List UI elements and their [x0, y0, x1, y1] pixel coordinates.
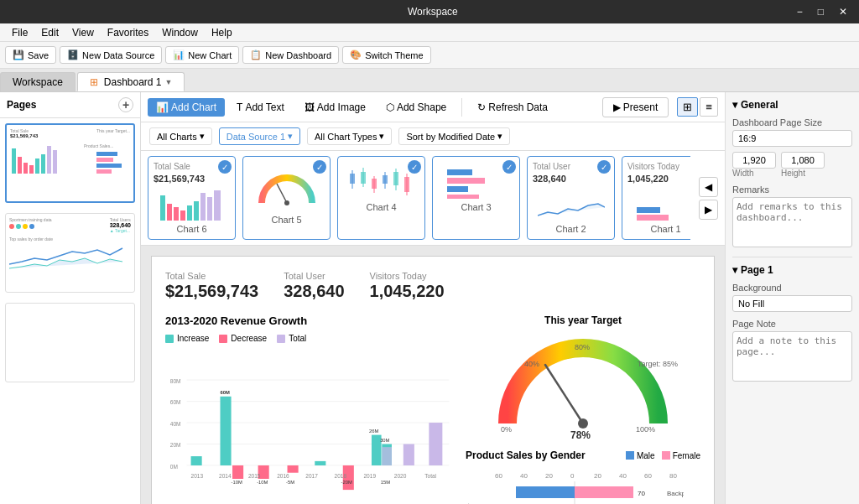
window-controls: − □ ✕	[792, 4, 852, 19]
new-data-source-button[interactable]: 🗄️ New Data Source	[60, 46, 162, 64]
chart-card-3[interactable]: ✓ Chart 3	[432, 156, 520, 240]
svg-rect-53	[220, 397, 231, 465]
svg-rect-11	[96, 164, 122, 168]
menu-help[interactable]: Help	[205, 25, 239, 40]
chart-type-filter[interactable]: All Chart Types ▾	[307, 127, 392, 145]
menu-favorites[interactable]: Favorites	[101, 25, 155, 40]
refresh-data-button[interactable]: ↻ Refresh Data	[469, 98, 556, 117]
data-source-icon: 🗄️	[67, 49, 79, 60]
chart-card-6[interactable]: ✓ Total Sale $21,569,743	[148, 156, 236, 240]
maximize-button[interactable]: □	[813, 4, 829, 19]
svg-text:20: 20	[545, 472, 553, 480]
carousel-next[interactable]: ▶	[699, 200, 718, 220]
menu-bar: File Edit View Favorites Window Help	[0, 23, 859, 42]
svg-text:40%: 40%	[524, 360, 539, 368]
menu-file[interactable]: File	[5, 25, 34, 40]
svg-text:15M: 15M	[381, 480, 390, 485]
svg-text:2019: 2019	[363, 473, 376, 479]
minimize-button[interactable]: −	[792, 4, 808, 19]
add-page-button[interactable]: +	[118, 97, 133, 112]
data-source-filter[interactable]: Data Source 1 ▾	[219, 127, 300, 145]
svg-rect-59	[288, 465, 299, 473]
svg-text:0M: 0M	[170, 464, 178, 470]
revenue-chart: 2013-2020 Revenue Growth Increase Decrea…	[165, 314, 452, 504]
height-input[interactable]	[781, 152, 825, 169]
svg-text:70: 70	[504, 490, 512, 497]
add-text-button[interactable]: T Add Text	[228, 98, 293, 117]
svg-text:26M: 26M	[369, 429, 378, 434]
grid-view-button[interactable]: ⊞	[677, 97, 698, 117]
add-shape-button[interactable]: ⬡ Add Shape	[377, 98, 455, 117]
chart-card-2[interactable]: ✓ Total User 328,640 Chart 2	[527, 156, 615, 240]
svg-rect-3	[29, 165, 34, 174]
svg-rect-7	[53, 150, 57, 174]
page-item-3[interactable]: 3	[5, 303, 135, 382]
chart-card-5[interactable]: ✓	[242, 156, 331, 240]
close-button[interactable]: ✕	[834, 4, 852, 19]
svg-text:2016: 2016	[277, 473, 289, 479]
stat-visitors: Visitors Today 1,045,220	[370, 270, 445, 301]
svg-text:78%: 78%	[570, 429, 591, 440]
svg-rect-61	[315, 461, 325, 465]
add-image-button[interactable]: 🖼 Add Image	[296, 98, 374, 117]
svg-rect-0	[12, 148, 16, 174]
tab-chevron-icon: ▼	[165, 78, 173, 86]
all-charts-filter[interactable]: All Charts ▾	[149, 127, 212, 145]
page-item-1[interactable]: 1 Total Sale $21,569,743 This year Targe…	[5, 123, 135, 203]
page2-area-mini	[9, 243, 127, 273]
dashboard-tab-icon: ⊞	[90, 76, 98, 88]
view-buttons: ⊞ ≡	[677, 97, 718, 117]
stat-total-sale-label: Total Sale	[165, 271, 206, 281]
chart-1-label: Visitors Today	[627, 162, 690, 171]
chart-selected-check-6: ✓	[218, 160, 232, 174]
save-button[interactable]: 💾 Save	[5, 46, 56, 64]
new-chart-button[interactable]: 📊 New Chart	[165, 46, 239, 64]
width-input[interactable]	[732, 152, 776, 169]
svg-text:2015: 2015	[248, 473, 261, 479]
center-content: 📊 Add Chart T Add Text 🖼 Add Image ⬡ Add…	[141, 92, 725, 504]
switch-theme-button[interactable]: 🎨 Switch Theme	[342, 46, 431, 64]
chart-1-value: 1,045,220	[627, 174, 690, 184]
list-view-button[interactable]: ≡	[700, 97, 718, 117]
svg-rect-33	[393, 172, 398, 185]
page-note-textarea[interactable]	[732, 331, 852, 382]
dash-toolbar: 📊 Add Chart T Add Text 🖼 Add Image ⬡ Add…	[141, 92, 725, 122]
revenue-legend: Increase Decrease Total	[165, 334, 452, 343]
carousel-prev[interactable]: ◀	[699, 177, 718, 197]
svg-text:60: 60	[495, 472, 502, 480]
tab-dashboard[interactable]: ⊞ Dashboard 1 ▼	[77, 72, 185, 91]
chart-1-mini	[627, 187, 690, 221]
menu-window[interactable]: Window	[155, 25, 205, 40]
svg-point-23	[284, 200, 289, 205]
remarks-textarea[interactable]	[732, 197, 852, 247]
sort-filter[interactable]: Sort by Modified Date ▾	[398, 127, 510, 145]
background-select[interactable]: No Fill Solid Color	[732, 295, 852, 312]
chart-card-4[interactable]: ✓	[337, 156, 425, 240]
legend-decrease: Decrease	[219, 334, 267, 343]
gender-chart-title: Product Sales by Gender	[466, 449, 586, 461]
svg-text:2013: 2013	[191, 473, 204, 479]
page1-bar-mini	[10, 142, 60, 174]
stat-visitors-value: 1,045,220	[370, 282, 445, 301]
svg-text:60M: 60M	[170, 399, 181, 405]
add-chart-icon: 📊	[156, 101, 169, 113]
chart-card-1[interactable]: ✓ Visitors Today 1,045,220 Chart 1	[622, 156, 690, 240]
page1-section-header[interactable]: ▾ Page 1	[732, 264, 852, 276]
new-dashboard-button[interactable]: 📋 New Dashboard	[242, 46, 339, 64]
tab-workspace[interactable]: Workspace	[0, 72, 75, 91]
page-size-select[interactable]: 16:9 4:3 Custom	[732, 130, 852, 147]
svg-rect-35	[404, 177, 409, 192]
svg-text:20: 20	[594, 472, 601, 480]
menu-view[interactable]: View	[65, 25, 101, 40]
svg-rect-38	[447, 186, 468, 192]
panel-divider	[732, 257, 852, 257]
general-section-header[interactable]: ▾ General	[732, 99, 852, 111]
chart-2-value: 328,640	[533, 174, 609, 184]
present-button[interactable]: ▶ Present	[602, 97, 669, 117]
title-bar: Workspace − □ ✕	[0, 0, 859, 23]
add-chart-button[interactable]: 📊 Add Chart	[148, 98, 225, 117]
page-item-2[interactable]: 2 Sportmen training data	[5, 213, 135, 293]
chart-panel: All Charts ▾ Data Source 1 ▾ All Chart T…	[141, 122, 725, 246]
menu-edit[interactable]: Edit	[34, 25, 65, 40]
chart-selected-check-2: ✓	[597, 160, 611, 174]
